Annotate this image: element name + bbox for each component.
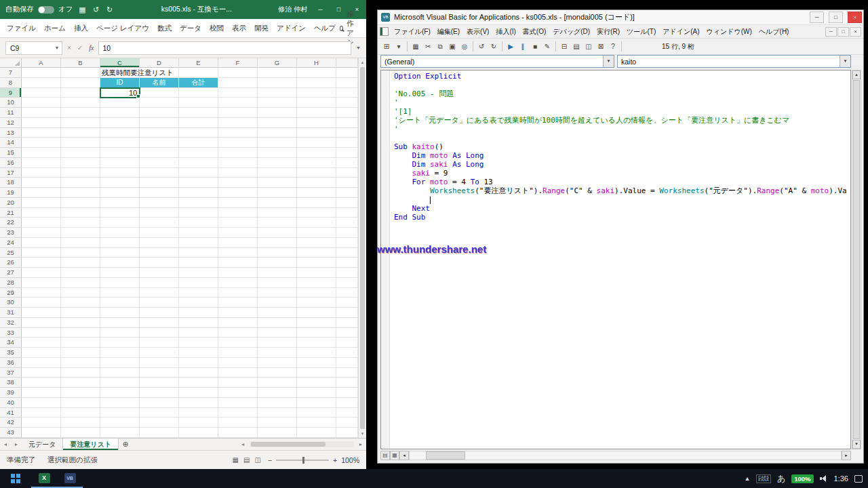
procedure-dropdown-icon[interactable]: ▼ [840, 56, 850, 67]
cell-E20[interactable] [179, 198, 218, 208]
cell-H41[interactable] [297, 408, 336, 418]
row-header-36[interactable]: 36 [0, 358, 22, 368]
cell-A20[interactable] [22, 198, 61, 208]
cell-F11[interactable] [218, 108, 258, 118]
row-header-23[interactable]: 23 [0, 228, 22, 238]
cell-G28[interactable] [258, 278, 297, 288]
column-header-D[interactable]: D [140, 58, 179, 68]
horizontal-scrollbar[interactable]: ◄ ► [237, 439, 366, 450]
menu-insert[interactable]: 挿入(I) [492, 25, 519, 38]
cell-A32[interactable] [22, 318, 61, 328]
cell-A37[interactable] [22, 368, 61, 378]
cell-B13[interactable] [61, 128, 100, 138]
cell-D8[interactable]: 名前 [140, 78, 179, 88]
undo-icon[interactable]: ↺ [91, 5, 102, 14]
row-header-11[interactable]: 11 [0, 108, 22, 118]
cell-B35[interactable] [61, 348, 100, 358]
expand-formula-bar-icon[interactable]: ▼ [356, 45, 361, 50]
find-icon[interactable]: ◎ [458, 41, 471, 53]
cell-C33[interactable] [100, 328, 140, 338]
toolbox-icon[interactable]: ⊠ [595, 41, 607, 53]
cell-A12[interactable] [22, 118, 61, 128]
cell-F20[interactable] [218, 198, 258, 208]
cell-A34[interactable] [22, 338, 61, 348]
cell-H32[interactable] [297, 318, 336, 328]
cell-A13[interactable] [22, 128, 61, 138]
code-line-17[interactable]: End Sub [394, 213, 850, 222]
cell-G42[interactable] [258, 418, 297, 428]
cell-B42[interactable] [61, 418, 100, 428]
cell-G23[interactable] [258, 228, 297, 238]
cell-E36[interactable] [179, 358, 218, 368]
cell-G17[interactable] [258, 168, 297, 178]
cell-D28[interactable] [140, 278, 179, 288]
cell-C26[interactable] [100, 258, 140, 268]
cell-C41[interactable] [100, 408, 140, 418]
cell-B34[interactable] [61, 338, 100, 348]
cell-F41[interactable] [218, 408, 258, 418]
cell-F33[interactable] [218, 328, 258, 338]
cell-B22[interactable] [61, 218, 100, 228]
row-header-32[interactable]: 32 [0, 318, 22, 328]
row-header-28[interactable]: 28 [0, 278, 22, 288]
column-header-H[interactable]: H [297, 58, 336, 68]
cell-H12[interactable] [297, 118, 336, 128]
cell-A41[interactable] [22, 408, 61, 418]
cancel-entry-icon[interactable]: × [67, 44, 71, 52]
cell-C34[interactable] [100, 338, 140, 348]
cell-E12[interactable] [179, 118, 218, 128]
ribbon-tab-insert[interactable]: 挿入 [70, 19, 92, 37]
cell-G8[interactable] [258, 78, 297, 88]
code-line-12[interactable]: saki = 9 [394, 169, 850, 178]
cell-G7[interactable] [258, 68, 297, 78]
cell-G43[interactable] [258, 428, 297, 438]
cell-A24[interactable] [22, 238, 61, 248]
cell-H43[interactable] [297, 428, 336, 438]
autosave-toggle[interactable] [38, 6, 54, 14]
cell-C35[interactable] [100, 348, 140, 358]
cell-B7[interactable] [61, 68, 100, 78]
row-header-29[interactable]: 29 [0, 288, 22, 298]
code-line-14[interactable]: Worksheets("要注意リスト").Range("C" & saki).V… [394, 186, 850, 195]
cell-D40[interactable] [140, 398, 179, 408]
cell-B38[interactable] [61, 378, 100, 388]
cell-D37[interactable] [140, 368, 179, 378]
cell-D30[interactable] [140, 298, 179, 308]
cell-D31[interactable] [140, 308, 179, 318]
child-close-button[interactable]: × [850, 27, 861, 37]
cell-D26[interactable] [140, 258, 179, 268]
cell-F7[interactable] [218, 68, 258, 78]
code-line-3[interactable]: 'No.005 - 問題 [394, 89, 850, 98]
cell-F43[interactable] [218, 428, 258, 438]
cell-B10[interactable] [61, 98, 100, 108]
object-dropdown-icon[interactable]: ▼ [603, 56, 614, 67]
cell-A22[interactable] [22, 218, 61, 228]
cell-B9[interactable] [61, 88, 100, 98]
row-header-34[interactable]: 34 [0, 338, 22, 348]
cell-B28[interactable] [61, 278, 100, 288]
cell-A27[interactable] [22, 268, 61, 278]
menu-edit[interactable]: 編集(E) [434, 25, 463, 38]
column-header-F[interactable]: F [218, 58, 258, 68]
run-icon[interactable]: ▶ [505, 41, 517, 53]
cell-C42[interactable] [100, 418, 140, 428]
page-layout-view-icon[interactable]: ▤ [243, 456, 250, 464]
cell-E13[interactable] [179, 128, 218, 138]
cell-F12[interactable] [218, 118, 258, 128]
row-header-13[interactable]: 13 [0, 128, 22, 138]
sheet-tab-youchui-list[interactable]: 要注意リスト [63, 439, 119, 450]
column-header-C[interactable]: C [100, 58, 140, 68]
cell-A17[interactable] [22, 168, 61, 178]
cell-A29[interactable] [22, 288, 61, 298]
cell-H35[interactable] [297, 348, 336, 358]
cell-F30[interactable] [218, 298, 258, 308]
taskbar-excel-icon[interactable]: X [31, 469, 57, 488]
cell-H15[interactable] [297, 148, 336, 158]
cell-G34[interactable] [258, 338, 297, 348]
redo-icon[interactable]: ↻ [104, 5, 115, 14]
cell-E24[interactable] [179, 238, 218, 248]
cell-B37[interactable] [61, 368, 100, 378]
cell-C22[interactable] [100, 218, 140, 228]
cell-D38[interactable] [140, 378, 179, 388]
object-browser-icon[interactable]: ◫ [583, 41, 595, 53]
